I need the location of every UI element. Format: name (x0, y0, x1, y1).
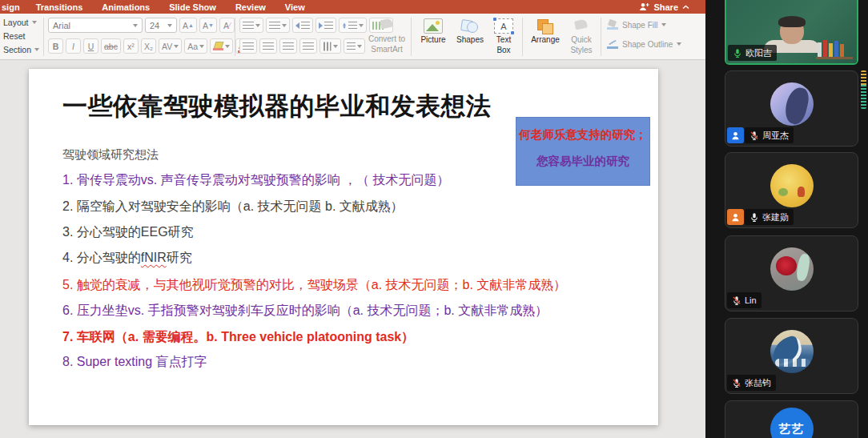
shape-outline-button[interactable]: Shape Outline (607, 39, 681, 49)
font-name-value: Arial (53, 21, 70, 30)
align-text-button[interactable] (344, 38, 365, 54)
avatar (770, 330, 814, 373)
role-badge (727, 209, 744, 225)
decrease-indent-icon (295, 22, 299, 29)
arrange-label: Arrange (531, 35, 560, 44)
shape-fill-label: Shape Fill (622, 21, 657, 30)
convert-to-smartart-button[interactable]: Convert to SmartArt (364, 18, 409, 54)
line-spacing-button[interactable]: ▲▼ (339, 18, 367, 33)
person-icon (730, 131, 741, 141)
chevron-down-icon (167, 24, 172, 27)
strikethrough-button[interactable]: abc (101, 38, 121, 54)
participant-tile[interactable]: 张建勋 (725, 152, 858, 228)
font-size-value: 24 (150, 21, 159, 30)
tab-view[interactable]: View (275, 2, 315, 12)
grow-font-button[interactable]: A▲ (179, 18, 197, 33)
highlight-color-button[interactable] (210, 38, 233, 54)
avatar (770, 247, 814, 291)
participant-tile[interactable]: Lin (725, 235, 858, 311)
text-direction-icon (323, 42, 332, 50)
avatar (770, 164, 814, 207)
ribbon-tab-bar: sign Transitions Animations Slide Show R… (0, 0, 705, 14)
list-item-7: 7. 车联网（a. 需要编程。b. Three vehicle platooni… (62, 329, 414, 346)
subscript-button[interactable]: X₂ (141, 38, 156, 54)
tab-slide-show[interactable]: Slide Show (159, 2, 226, 12)
tab-design[interactable]: sign (0, 2, 26, 12)
nameplate: 周亚杰 (727, 127, 794, 143)
italic-button[interactable]: I (66, 38, 81, 54)
list-item-6: 6. 压力坐垫vs. 手指预警对驾驶刹车反应时的影响（a. 技术无问题；b. 文… (62, 303, 548, 319)
numbering-button[interactable] (266, 18, 290, 33)
share-button[interactable]: Share (639, 0, 689, 14)
reset-button[interactable]: Reset (3, 30, 39, 42)
slide-workspace: 一些依靠驾驶模拟器的毕业和发表想法 何老师乐意支持的研究； 您容易毕业的研究 驾… (0, 60, 705, 438)
shapes-icon (460, 18, 480, 34)
participant-tile[interactable]: 欧阳吉 (725, 0, 858, 65)
list-item-4: 4. 分心驾驶的fNIR研究 (62, 250, 192, 267)
clear-formatting-button[interactable]: A⁄ (219, 18, 235, 33)
highlighter-icon (213, 42, 223, 50)
slide-canvas[interactable]: 一些依靠驾驶模拟器的毕业和发表想法 何老师乐意支持的研究； 您容易毕业的研究 驾… (29, 69, 658, 425)
layout-button[interactable]: Layout (3, 17, 39, 28)
shrink-font-button[interactable]: A▼ (199, 18, 217, 33)
shapes-button[interactable]: Shapes (452, 18, 488, 44)
microphone-muted-icon (732, 295, 741, 306)
slides-group: Layout Reset Section (3, 17, 39, 55)
callout-box[interactable]: 何老师乐意支持的研究； 您容易毕业的研究 (516, 117, 650, 186)
picture-icon (424, 18, 443, 34)
person-plus-icon (639, 2, 649, 11)
align-center-button[interactable] (259, 38, 277, 54)
screen: sign Transitions Animations Slide Show R… (0, 0, 868, 438)
superscript-button[interactable]: x² (123, 38, 139, 54)
quick-styles-button[interactable]: Quick Styles (565, 18, 597, 54)
bullets-button[interactable] (239, 18, 263, 33)
tab-animations[interactable]: Animations (92, 2, 159, 12)
nameplate: 张喆钧 (727, 375, 776, 391)
participant-tile[interactable]: 周亚杰 (725, 70, 858, 147)
participant-tile[interactable]: 艺艺 (725, 400, 858, 438)
textbox-label-line1: Text (496, 35, 511, 44)
arrange-button[interactable]: Arrange (527, 18, 564, 44)
font-name-select[interactable]: Arial (48, 18, 143, 33)
align-left-icon (243, 42, 254, 50)
audio-level-meter (861, 70, 866, 109)
quick-styles-icon (572, 18, 591, 34)
list-item-1: 1. 骨传导震动vs. 声音传导震动对驾驶预警的影响 ，（ 技术无问题） (62, 172, 450, 189)
tab-review[interactable]: Review (226, 2, 275, 12)
increase-indent-button[interactable] (315, 18, 336, 33)
quick-styles-label-line2: Styles (570, 46, 592, 54)
convert-label-line2: SmartArt (371, 45, 402, 54)
numbering-icon (269, 22, 280, 30)
powerpoint-window: sign Transitions Animations Slide Show R… (0, 0, 705, 438)
participant-tile[interactable]: 张喆钧 (725, 318, 858, 394)
textbox-icon: A (494, 18, 513, 34)
tab-transitions[interactable]: Transitions (26, 2, 93, 12)
character-spacing-button[interactable]: AV (159, 38, 182, 54)
chevron-up-icon[interactable] (682, 5, 689, 10)
font-size-select[interactable]: 24 (145, 18, 177, 33)
change-case-button[interactable]: Aa (184, 38, 207, 54)
shape-fill-button[interactable]: Shape Fill (607, 20, 666, 30)
underline-button[interactable]: U (83, 38, 98, 54)
align-right-button[interactable] (279, 38, 297, 54)
layout-label: Layout (3, 18, 29, 27)
microphone-on-icon (733, 48, 742, 58)
text-box-button[interactable]: A Text Box (489, 18, 518, 54)
align-right-icon (283, 42, 294, 50)
bold-button[interactable]: B (48, 38, 63, 54)
participant-name: 张建勋 (762, 211, 789, 223)
section-button[interactable]: Section (3, 44, 39, 55)
slide-title: 一些依靠驾驶模拟器的毕业和发表想法 (62, 90, 492, 123)
list-item-8: 8. Super texting 盲点打字 (62, 354, 207, 371)
quick-styles-label-line1: Quick (571, 35, 592, 44)
shape-outline-icon (607, 39, 618, 49)
group-divider (601, 18, 601, 56)
text-direction-button[interactable] (319, 38, 341, 54)
shape-outline-label: Shape Outline (622, 40, 673, 49)
chevron-down-icon (34, 48, 39, 51)
picture-button[interactable]: Picture (416, 18, 451, 44)
justify-button[interactable] (299, 38, 317, 54)
align-left-button[interactable] (239, 38, 257, 54)
decrease-indent-button[interactable] (292, 18, 313, 33)
bookshelf (818, 38, 851, 57)
